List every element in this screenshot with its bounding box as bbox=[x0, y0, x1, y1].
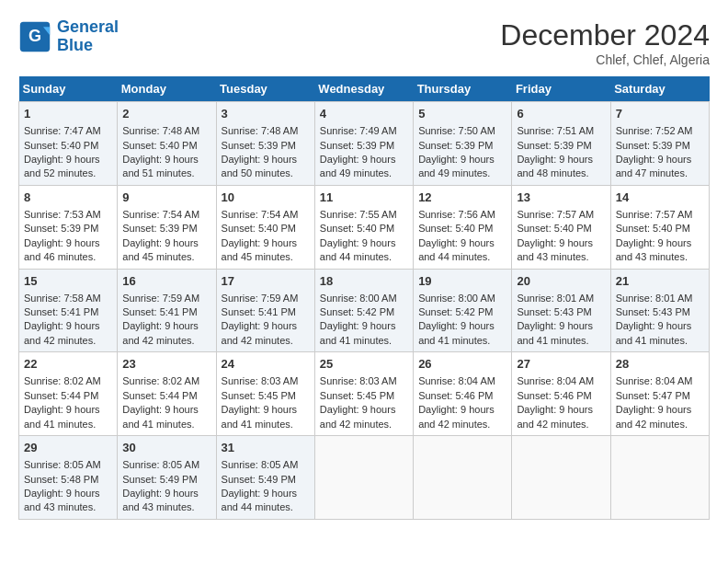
header-thursday: Thursday bbox=[414, 76, 512, 102]
day-number: 10 bbox=[222, 190, 310, 206]
sunrise-label: Sunrise: 7:51 AM bbox=[517, 125, 594, 136]
sunset-label: Sunset: 5:44 PM bbox=[122, 390, 197, 401]
daylight-label: Daylight: 9 hours and 41 minutes. bbox=[517, 320, 593, 345]
calendar-row: 29 Sunrise: 8:05 AM Sunset: 5:48 PM Dayl… bbox=[19, 436, 710, 520]
sunset-label: Sunset: 5:39 PM bbox=[418, 140, 493, 151]
sunset-label: Sunset: 5:39 PM bbox=[122, 223, 197, 234]
sunrise-label: Sunrise: 7:59 AM bbox=[122, 293, 199, 304]
sunrise-label: Sunrise: 7:58 AM bbox=[24, 293, 101, 304]
sunrise-label: Sunrise: 7:48 AM bbox=[122, 125, 199, 136]
sunset-label: Sunset: 5:39 PM bbox=[320, 140, 394, 151]
calendar-cell: 3 Sunrise: 7:48 AM Sunset: 5:39 PM Dayli… bbox=[216, 102, 314, 186]
calendar-cell: 26 Sunrise: 8:04 AM Sunset: 5:46 PM Dayl… bbox=[414, 352, 512, 436]
sunrise-label: Sunrise: 7:50 AM bbox=[418, 125, 495, 136]
calendar-cell bbox=[414, 436, 512, 520]
daylight-label: Daylight: 9 hours and 52 minutes. bbox=[24, 154, 100, 178]
day-number: 12 bbox=[418, 190, 506, 206]
calendar-cell: 18 Sunrise: 8:00 AM Sunset: 5:42 PM Dayl… bbox=[314, 269, 413, 352]
calendar-cell: 23 Sunrise: 8:02 AM Sunset: 5:44 PM Dayl… bbox=[118, 352, 216, 436]
sunset-label: Sunset: 5:42 PM bbox=[320, 306, 394, 317]
sunrise-label: Sunrise: 8:04 AM bbox=[616, 375, 693, 386]
calendar-cell: 15 Sunrise: 7:58 AM Sunset: 5:41 PM Dayl… bbox=[19, 269, 118, 352]
sunset-label: Sunset: 5:43 PM bbox=[616, 306, 690, 317]
calendar-cell: 11 Sunrise: 7:55 AM Sunset: 5:40 PM Dayl… bbox=[314, 185, 413, 269]
sunset-label: Sunset: 5:39 PM bbox=[222, 140, 296, 151]
day-number: 15 bbox=[24, 273, 112, 290]
daylight-label: Daylight: 9 hours and 49 minutes. bbox=[418, 154, 495, 178]
sunrise-label: Sunrise: 8:01 AM bbox=[616, 293, 693, 304]
sunset-label: Sunset: 5:39 PM bbox=[517, 140, 591, 151]
daylight-label: Daylight: 9 hours and 43 minutes. bbox=[517, 237, 593, 262]
calendar-cell: 8 Sunrise: 7:53 AM Sunset: 5:39 PM Dayli… bbox=[19, 185, 118, 269]
sunset-label: Sunset: 5:42 PM bbox=[418, 306, 493, 317]
calendar-cell: 2 Sunrise: 7:48 AM Sunset: 5:40 PM Dayli… bbox=[118, 102, 216, 186]
calendar-cell: 14 Sunrise: 7:57 AM Sunset: 5:40 PM Dayl… bbox=[610, 185, 709, 269]
day-number: 20 bbox=[517, 273, 605, 290]
day-number: 17 bbox=[222, 273, 310, 290]
sunset-label: Sunset: 5:48 PM bbox=[24, 474, 98, 485]
calendar-row: 22 Sunrise: 8:02 AM Sunset: 5:44 PM Dayl… bbox=[19, 352, 710, 436]
sunset-label: Sunset: 5:41 PM bbox=[122, 306, 197, 317]
sunset-label: Sunset: 5:40 PM bbox=[320, 223, 394, 234]
day-number: 1 bbox=[24, 106, 112, 122]
header-wednesday: Wednesday bbox=[314, 76, 413, 102]
day-number: 11 bbox=[320, 190, 408, 206]
daylight-label: Daylight: 9 hours and 41 minutes. bbox=[122, 404, 199, 429]
header-saturday: Saturday bbox=[610, 76, 709, 102]
daylight-label: Daylight: 9 hours and 42 minutes. bbox=[517, 404, 593, 429]
daylight-label: Daylight: 9 hours and 43 minutes. bbox=[616, 237, 692, 262]
calendar-cell: 12 Sunrise: 7:56 AM Sunset: 5:40 PM Dayl… bbox=[414, 185, 512, 269]
daylight-label: Daylight: 9 hours and 42 minutes. bbox=[222, 320, 298, 345]
calendar-cell: 21 Sunrise: 8:01 AM Sunset: 5:43 PM Dayl… bbox=[610, 269, 709, 352]
sunrise-label: Sunrise: 7:54 AM bbox=[222, 209, 299, 220]
svg-text:G: G bbox=[28, 27, 41, 45]
logo-text: General Blue bbox=[57, 18, 119, 55]
sunset-label: Sunset: 5:44 PM bbox=[24, 390, 98, 401]
sunset-label: Sunset: 5:41 PM bbox=[24, 306, 98, 317]
day-number: 3 bbox=[222, 106, 310, 122]
day-number: 13 bbox=[517, 190, 605, 206]
sunrise-label: Sunrise: 8:05 AM bbox=[122, 459, 199, 470]
sunset-label: Sunset: 5:40 PM bbox=[616, 223, 690, 234]
sunrise-label: Sunrise: 8:04 AM bbox=[517, 375, 594, 386]
sunset-label: Sunset: 5:40 PM bbox=[222, 223, 296, 234]
sunset-label: Sunset: 5:40 PM bbox=[122, 140, 197, 151]
day-number: 16 bbox=[122, 273, 210, 290]
header-monday: Monday bbox=[118, 76, 216, 102]
sunset-label: Sunset: 5:39 PM bbox=[24, 223, 98, 234]
calendar-cell bbox=[512, 436, 610, 520]
sunrise-label: Sunrise: 7:52 AM bbox=[616, 125, 693, 136]
sunrise-label: Sunrise: 8:04 AM bbox=[418, 375, 495, 386]
day-number: 23 bbox=[122, 356, 210, 373]
calendar-cell: 30 Sunrise: 8:05 AM Sunset: 5:49 PM Dayl… bbox=[118, 436, 216, 520]
calendar-row: 1 Sunrise: 7:47 AM Sunset: 5:40 PM Dayli… bbox=[19, 102, 710, 186]
sunset-label: Sunset: 5:46 PM bbox=[418, 390, 493, 401]
calendar-cell: 1 Sunrise: 7:47 AM Sunset: 5:40 PM Dayli… bbox=[19, 102, 118, 186]
day-number: 7 bbox=[616, 106, 704, 122]
sunrise-label: Sunrise: 8:02 AM bbox=[122, 375, 199, 386]
sunrise-label: Sunrise: 7:57 AM bbox=[616, 209, 693, 220]
sunset-label: Sunset: 5:40 PM bbox=[418, 223, 493, 234]
daylight-label: Daylight: 9 hours and 50 minutes. bbox=[222, 154, 298, 178]
title-block: December 2024 Chlef, Chlef, Algeria bbox=[500, 18, 710, 67]
day-number: 6 bbox=[517, 106, 605, 122]
calendar-cell: 28 Sunrise: 8:04 AM Sunset: 5:47 PM Dayl… bbox=[610, 352, 709, 436]
sunrise-label: Sunrise: 7:47 AM bbox=[24, 125, 101, 136]
daylight-label: Daylight: 9 hours and 48 minutes. bbox=[517, 154, 593, 178]
daylight-label: Daylight: 9 hours and 41 minutes. bbox=[24, 404, 100, 429]
calendar-cell: 20 Sunrise: 8:01 AM Sunset: 5:43 PM Dayl… bbox=[512, 269, 610, 352]
daylight-label: Daylight: 9 hours and 49 minutes. bbox=[320, 154, 396, 178]
logo: G General Blue bbox=[18, 18, 119, 55]
calendar-cell: 24 Sunrise: 8:03 AM Sunset: 5:45 PM Dayl… bbox=[216, 352, 314, 436]
calendar-cell: 25 Sunrise: 8:03 AM Sunset: 5:45 PM Dayl… bbox=[314, 352, 413, 436]
daylight-label: Daylight: 9 hours and 41 minutes. bbox=[418, 320, 495, 345]
day-number: 24 bbox=[222, 356, 310, 373]
day-number: 21 bbox=[616, 273, 704, 290]
day-number: 2 bbox=[122, 106, 210, 122]
header-sunday: Sunday bbox=[19, 76, 118, 102]
daylight-label: Daylight: 9 hours and 45 minutes. bbox=[222, 237, 298, 262]
sunset-label: Sunset: 5:46 PM bbox=[517, 390, 591, 401]
daylight-label: Daylight: 9 hours and 46 minutes. bbox=[24, 237, 100, 262]
calendar-row: 15 Sunrise: 7:58 AM Sunset: 5:41 PM Dayl… bbox=[19, 269, 710, 352]
daylight-label: Daylight: 9 hours and 42 minutes. bbox=[616, 404, 692, 429]
